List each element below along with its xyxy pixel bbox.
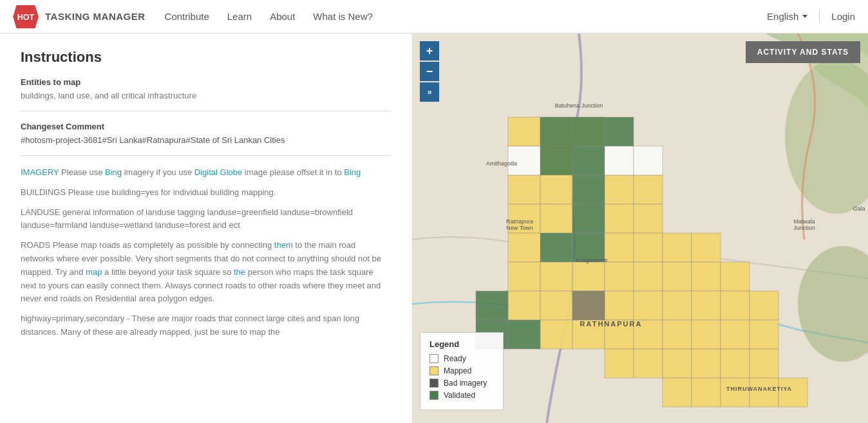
entities-label: Entities to map <box>21 77 391 87</box>
svg-rect-42 <box>605 291 634 320</box>
legend-box-ready <box>429 354 439 363</box>
legend-box-mapped <box>429 366 439 375</box>
separator-1 <box>21 111 391 111</box>
roads-link-map[interactable]: map <box>86 267 102 277</box>
svg-rect-28 <box>634 233 663 262</box>
legend-item-bad-imagery: Bad imagery <box>429 379 494 388</box>
svg-rect-20 <box>605 204 634 233</box>
changeset-section: Changeset Comment #hotosm-project-3681#S… <box>21 122 391 145</box>
svg-text:RATHNAPURA: RATHNAPURA <box>580 320 643 328</box>
bing-link-2[interactable]: Bing <box>344 167 361 177</box>
svg-text:HOT: HOT <box>17 13 35 22</box>
legend-item-ready: Ready <box>429 354 494 363</box>
svg-text:Ratnapura: Ratnapura <box>506 218 533 225</box>
svg-rect-61 <box>750 349 778 378</box>
svg-rect-26 <box>508 233 540 262</box>
svg-rect-44 <box>663 291 692 320</box>
map-container[interactable]: Batuhena Junction Amithagoda Ratnapura N… <box>412 33 868 423</box>
svg-text:Kosgawinne: Kosgawinne <box>576 257 607 263</box>
legend-title: Legend <box>429 339 494 349</box>
svg-rect-69 <box>508 320 540 349</box>
svg-rect-16 <box>605 175 634 204</box>
navbar-divider <box>819 10 820 23</box>
legend-item-validated: Validated <box>429 391 494 400</box>
legend-label-mapped: Mapped <box>444 366 471 375</box>
svg-text:Junction: Junction <box>793 225 815 231</box>
page-title: Instructions <box>21 49 391 66</box>
svg-rect-62 <box>663 378 692 407</box>
svg-text:New Town: New Town <box>506 225 533 231</box>
entities-section: Entities to map buildings, land use, and… <box>21 77 391 100</box>
roads-link-them[interactable]: them <box>274 240 293 250</box>
svg-rect-57 <box>634 349 663 378</box>
svg-rect-52 <box>663 320 692 349</box>
changeset-label: Changeset Comment <box>21 122 391 131</box>
navbar: HOT TASKING MANAGER Contribute Learn Abo… <box>0 0 868 33</box>
svg-text:Amithagoda: Amithagoda <box>486 160 517 167</box>
svg-rect-12 <box>540 146 572 175</box>
svg-rect-40 <box>540 291 572 320</box>
changeset-value: #hotosm-project-3681#Sri Lanka#Ratnapura… <box>21 135 391 145</box>
svg-rect-33 <box>572 262 605 291</box>
svg-rect-65 <box>750 378 778 407</box>
svg-text:Malwala: Malwala <box>793 218 815 225</box>
svg-rect-58 <box>663 349 692 378</box>
bing-link[interactable]: Bing <box>105 167 122 177</box>
svg-rect-63 <box>692 378 721 407</box>
svg-rect-22 <box>572 175 605 204</box>
activity-stats-button[interactable]: ACTIVITY AND STATS <box>746 41 860 63</box>
svg-rect-56 <box>605 349 634 378</box>
svg-rect-38 <box>721 262 750 291</box>
svg-rect-54 <box>721 320 750 349</box>
entities-value: buildings, land use, and all critical in… <box>21 91 391 100</box>
legend-label-ready: Ready <box>444 354 466 363</box>
svg-rect-5 <box>508 117 540 146</box>
map-panel: Batuhena Junction Amithagoda Ratnapura N… <box>412 33 868 423</box>
hot-logo-icon: HOT <box>13 5 39 28</box>
digital-globe-link[interactable]: Digital Globe <box>194 167 242 177</box>
svg-rect-72 <box>634 146 663 175</box>
legend-label-bad-imagery: Bad imagery <box>444 379 487 388</box>
buildings-text: BUILDINGS Please use building=yes for in… <box>21 186 391 200</box>
separator-2 <box>21 155 391 156</box>
highway-text: highway=primary,secondary - These are ma… <box>21 312 391 339</box>
svg-rect-45 <box>692 291 721 320</box>
svg-rect-27 <box>605 233 634 262</box>
legend-item-mapped: Mapped <box>429 366 494 375</box>
nav-links: Contribute Learn About What is New? <box>165 11 768 22</box>
landuse-text: LANDUSE general information of landuse t… <box>21 206 391 233</box>
chevron-down-icon <box>802 15 807 18</box>
svg-rect-24 <box>540 233 572 262</box>
svg-text:Gala: Gala <box>853 205 865 212</box>
map-controls: + − » <box>420 41 439 102</box>
navbar-right: English Login <box>767 10 855 23</box>
roads-text: ROADS Please map roads as completely as … <box>21 239 391 306</box>
svg-rect-66 <box>778 378 807 407</box>
imagery-link[interactable]: IMAGERY <box>21 167 59 177</box>
language-label: English <box>767 11 798 22</box>
svg-rect-13 <box>572 146 605 175</box>
svg-rect-31 <box>508 262 540 291</box>
expand-button[interactable]: » <box>420 82 439 102</box>
nav-what-is-new[interactable]: What is New? <box>313 11 373 22</box>
roads-link-the[interactable]: the <box>234 267 245 277</box>
roads-label: ROADS <box>21 240 53 250</box>
zoom-out-button[interactable]: − <box>420 62 439 81</box>
svg-rect-19 <box>540 204 572 233</box>
nav-about[interactable]: About <box>270 11 295 22</box>
zoom-in-button[interactable]: + <box>420 41 439 61</box>
svg-rect-43 <box>634 291 663 320</box>
login-button[interactable]: Login <box>831 11 855 22</box>
svg-rect-39 <box>508 291 540 320</box>
svg-rect-11 <box>605 117 634 146</box>
svg-rect-30 <box>692 233 721 262</box>
svg-rect-35 <box>634 262 663 291</box>
nav-learn[interactable]: Learn <box>227 11 252 22</box>
svg-rect-47 <box>750 291 778 320</box>
language-selector[interactable]: English <box>767 11 807 22</box>
instructions-panel: Instructions Entities to map buildings, … <box>0 33 412 423</box>
logo[interactable]: HOT TASKING MANAGER <box>13 5 146 28</box>
svg-rect-17 <box>634 175 663 204</box>
nav-contribute[interactable]: Contribute <box>165 11 209 22</box>
svg-rect-23 <box>572 204 605 233</box>
